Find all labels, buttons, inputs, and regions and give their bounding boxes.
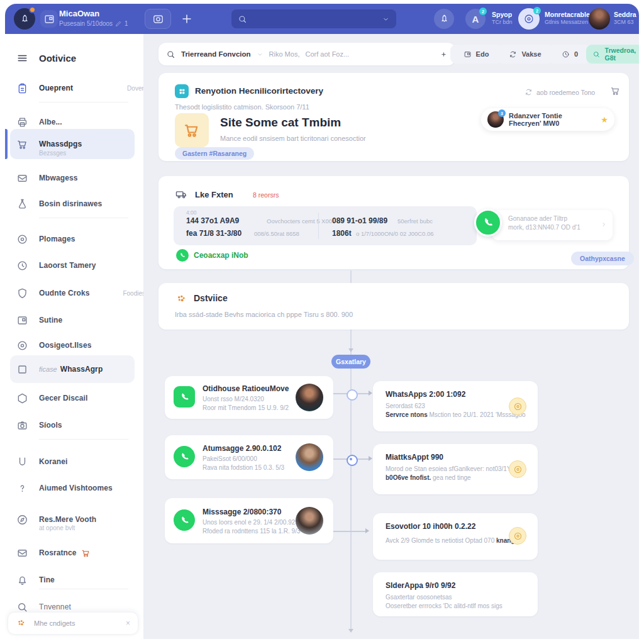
message-card[interactable]: Otidhouse RatioeuMove Uonst rsso M/24.03… <box>165 376 333 419</box>
timeline-line <box>350 270 352 283</box>
avatar <box>296 384 323 411</box>
chevron-right-icon <box>600 221 608 228</box>
whatsapp-icon <box>174 446 195 467</box>
primary-action-button[interactable]: Trwedroa, G8t <box>586 45 639 64</box>
history-button[interactable]: 0 <box>548 45 591 64</box>
question-icon <box>16 482 28 494</box>
whatsapp-connection-chip[interactable]: Gonanaoe ader Tiltrp mork, d13:NN40.7 OD… <box>492 210 613 240</box>
search-icon <box>16 601 28 613</box>
chevron-down-icon[interactable] <box>382 15 390 23</box>
connector <box>333 531 366 532</box>
global-search[interactable] <box>231 9 396 28</box>
sidebar-item-laoorst[interactable]: Laoorst Tamery <box>5 253 164 278</box>
chevron-down-icon[interactable] <box>257 51 264 58</box>
topbar-user[interactable]: Seddra 3CM 63 <box>614 11 636 26</box>
event-card[interactable]: MiattksAppt 990 Morod oe Stan esoiea sfG… <box>373 444 538 494</box>
alert-count: 8 reorsrs <box>253 191 279 199</box>
refresh-icon <box>509 50 517 58</box>
whatsapp-icon <box>474 209 502 236</box>
mail-icon <box>16 547 28 559</box>
pencil-icon[interactable] <box>115 20 122 27</box>
star-icon[interactable]: ★ <box>601 115 608 125</box>
sidebar-item-plomages[interactable]: Plomages <box>5 226 164 252</box>
cart-icon[interactable] <box>610 86 621 96</box>
shipment-card: Lke Fxten 8 reorsrs 4:00 144 37o1 A9A9 O… <box>158 176 629 269</box>
edo-button[interactable]: Edo <box>450 45 502 64</box>
card-meta: aob roedemeo Tono <box>525 88 595 96</box>
sidebar-item-resmere[interactable]: Res.Mere Vooth at opone bvlt <box>5 507 164 532</box>
event-card[interactable]: Esovotlor 10 ih00h 0.2.22 Avck 2/9 Glomd… <box>373 513 538 560</box>
sidebar-footer-widget[interactable]: Mhe cndigets × <box>8 613 138 634</box>
camera-icon <box>16 419 28 431</box>
assignee-chip[interactable]: 3 Rdanzver Tontie Fhecryen' MW0 ★ <box>481 108 614 131</box>
filter-search-bar[interactable]: Trierreand Fonvcion Riko Mos, Corf aot F… <box>158 43 455 65</box>
menu-icon[interactable] <box>16 52 28 64</box>
window-icon <box>464 50 472 58</box>
message-card[interactable]: Misssagge 2/0800:370 Unos loors enol e 2… <box>165 498 333 543</box>
sidebar-item-aiumed[interactable]: Aiumed Vishtoomes <box>5 475 164 501</box>
sidebar-item-oueprent[interactable]: Oueprent Doven <box>5 75 164 101</box>
sidebar-item-whassagrp[interactable]: ficase WhassAgrp <box>5 357 164 382</box>
square-icon <box>16 364 28 375</box>
bell-icon <box>16 574 28 586</box>
search-icon <box>238 14 247 24</box>
avatar <box>296 507 323 535</box>
assistant-button[interactable] <box>434 9 454 29</box>
close-icon[interactable]: × <box>126 619 130 628</box>
timeline-pill[interactable]: Gsxatlary <box>331 355 370 369</box>
sidebar-item-rosratnce[interactable]: Rosratnce <box>5 540 164 565</box>
connector <box>333 458 347 460</box>
arrow-right-icon <box>365 528 369 533</box>
workspace-icon[interactable] <box>40 10 58 28</box>
sidebar-item-bosin[interactable]: Bosin disrinawes <box>5 191 164 216</box>
sidebar-item-sutine[interactable]: Sutine <box>5 308 164 333</box>
sidebar-item-mbwagess[interactable]: Mbwagess <box>5 165 164 191</box>
clock-icon <box>16 260 28 272</box>
compass-icon <box>16 514 28 526</box>
app-title: MicaOwan <box>59 9 99 18</box>
timeline-node-active <box>347 455 358 466</box>
envelope-icon <box>16 172 28 184</box>
letter-button[interactable]: A 2 <box>465 9 486 29</box>
global-search-input[interactable] <box>252 14 377 23</box>
cup-icon <box>16 456 28 468</box>
sidebar: Ootivice Oueprent Doven Albe... Whassdpg… <box>5 34 144 639</box>
app-window: MicaOwan Pusesain 5/10doos 1 A 2 Spyop T… <box>5 4 639 639</box>
sparkle-icon[interactable] <box>440 50 448 58</box>
shield-icon <box>16 287 28 299</box>
ring-icon <box>16 340 28 352</box>
sidebar-item-oosigeot[interactable]: Oosigeot.Ilses <box>5 333 164 358</box>
event-card[interactable]: WhatsApps 2:00 1:092 Serordast 623 Servr… <box>373 381 538 431</box>
badge: 2 <box>479 8 487 15</box>
sidebar-item-siools[interactable]: Síools <box>5 413 164 438</box>
message-card[interactable]: Atumsagge 2.90.0.102 PakeiSsot 6/00/000 … <box>165 435 333 479</box>
sidebar-item-whassdpgs[interactable]: Whassdpgs Bezssges <box>5 131 164 157</box>
event-card[interactable]: SlderAppa 9/r0 9/92 Gsaxtertar ososonets… <box>373 572 538 616</box>
cart-icon <box>16 138 28 150</box>
sidebar-item-koranei[interactable]: Koranei <box>5 449 164 474</box>
filter-label[interactable]: Trierreand Fonvcion <box>181 50 251 58</box>
messages-button[interactable]: 2 <box>518 8 540 30</box>
add-button[interactable] <box>180 12 194 26</box>
topbar-stat2[interactable]: Monretacrables Gtlnis Messatzen <box>545 11 594 26</box>
tag-pill[interactable]: Gastern #Rasaraneg <box>175 147 254 160</box>
connector <box>358 458 369 460</box>
badge: 2 <box>533 7 541 14</box>
topbar-stat1[interactable]: Spyop TCr bdn <box>492 11 513 26</box>
sidebar-item-gecer[interactable]: Gecer Discail <box>5 386 164 411</box>
status-pill[interactable]: Oathypxcasne <box>571 252 634 265</box>
refresh-icon[interactable] <box>525 88 533 96</box>
time-label: 4:00 <box>186 209 197 216</box>
sidebar-item-oudnte[interactable]: Oudnte Croks Foodies <box>5 280 164 306</box>
card-subtitle: Irba ssád-stade Bevhs maciorica ch pppe … <box>175 311 353 318</box>
vakse-button[interactable]: Vakse <box>497 45 553 64</box>
flask-icon <box>16 198 28 210</box>
whatsapp-link[interactable]: Ceoacxap iNob <box>176 249 248 262</box>
timeline-line <box>350 330 352 630</box>
user-avatar[interactable] <box>589 8 610 30</box>
product-subtitle: Mance eodil snsisem bart ticritonari con… <box>220 135 366 142</box>
filter-placeholder: Corf aot Foz... <box>305 50 349 58</box>
capture-button[interactable] <box>145 9 171 29</box>
paw-icon <box>16 618 26 629</box>
connector <box>358 393 369 394</box>
